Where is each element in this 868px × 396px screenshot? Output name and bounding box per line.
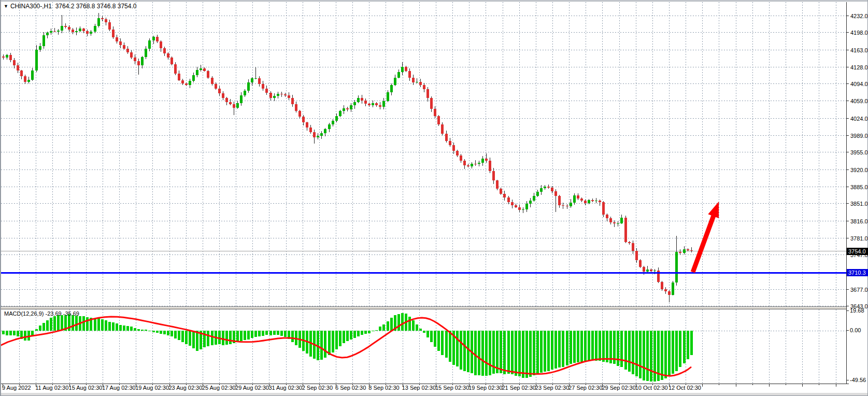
candle-body: [401, 67, 404, 72]
candle-body: [675, 252, 678, 282]
macd-bar: [372, 331, 374, 331]
time-tick-label: 10 Oct 02:30: [635, 385, 668, 391]
candle-body: [437, 116, 440, 124]
macd-bar: [156, 331, 159, 333]
macd-bar: [269, 331, 272, 335]
macd-bar: [643, 331, 645, 380]
candle-body: [82, 29, 85, 31]
macd-bar: [332, 331, 334, 352]
macd-bar: [635, 331, 638, 376]
candle-body: [53, 31, 56, 32]
candle-body: [668, 291, 671, 294]
price-axis-strip[interactable]: [847, 0, 868, 396]
candle-body: [126, 49, 129, 52]
macd-bar: [379, 327, 381, 331]
candle-body: [68, 27, 70, 30]
macd-bar: [82, 316, 85, 331]
candle-body: [108, 22, 111, 30]
macd-bar: [291, 331, 294, 342]
macd-bar: [251, 331, 253, 338]
macd-bar: [387, 321, 389, 331]
macd-bar: [653, 331, 656, 381]
candle-body: [9, 55, 12, 60]
price-tick-label: 3816.0: [850, 218, 868, 224]
price-tick-label: 4128.0: [850, 64, 868, 70]
macd-bar: [646, 331, 649, 381]
support-hline[interactable]: [0, 272, 846, 274]
macd-bar: [258, 331, 261, 336]
macd-bar: [17, 331, 19, 336]
macd-bar: [284, 331, 287, 337]
candle-body: [653, 271, 656, 271]
macd-bar: [368, 331, 371, 333]
candle-body: [441, 124, 444, 134]
macd-bar: [108, 322, 111, 331]
macd-bar: [42, 323, 45, 331]
macd-bar: [624, 331, 627, 370]
macd-bar: [46, 320, 49, 331]
macd-bar: [408, 317, 411, 331]
macd-bar: [668, 331, 671, 376]
macd-bar: [481, 331, 484, 376]
symbol-name: CHINA300-,H1: [10, 3, 52, 10]
candle-body: [577, 195, 579, 199]
candle-body: [390, 85, 393, 92]
candle-body: [152, 37, 155, 41]
candle-body: [27, 80, 30, 82]
macd-bar: [53, 316, 56, 331]
time-tick-label: 29 Aug 02:30: [235, 385, 269, 391]
candle-body: [75, 31, 78, 33]
macd-bar: [160, 331, 162, 334]
candle-body: [500, 189, 502, 194]
candle-body: [474, 164, 477, 164]
macd-bar: [375, 330, 378, 331]
macd-bar: [174, 331, 177, 338]
macd-bar: [599, 331, 601, 361]
macd-tick-label: 19.68: [850, 307, 864, 314]
candle-body: [13, 60, 16, 65]
macd-bar: [489, 331, 491, 375]
macd-bar: [496, 331, 499, 373]
candle-body: [116, 37, 118, 41]
macd-bar: [207, 331, 209, 346]
symbol-dropdown-icon[interactable]: ▼: [4, 4, 8, 9]
macd-bar: [346, 331, 349, 341]
candle-body: [90, 32, 92, 34]
time-tick-label: 12 Oct 02:30: [668, 385, 701, 391]
macd-bar: [573, 331, 576, 363]
chart-canvas[interactable]: 4232.04198.04163.04128.04094.04059.04024…: [0, 0, 868, 396]
macd-bar: [511, 331, 514, 374]
macd-bar: [196, 331, 198, 351]
candle-body: [233, 104, 235, 108]
macd-bar: [675, 331, 678, 371]
candle-body: [280, 94, 283, 94]
time-tick-label: 27 Sep 02:30: [568, 385, 602, 391]
candle-body: [148, 40, 151, 49]
macd-bar: [50, 318, 52, 331]
candle-body: [332, 121, 334, 124]
candle-body: [379, 105, 381, 107]
candle-body: [566, 206, 568, 206]
candle-body: [97, 18, 100, 26]
macd-bar: [134, 328, 136, 331]
candle-body: [317, 136, 319, 137]
candle-body: [463, 161, 466, 165]
price-tick-label: 4059.0: [850, 98, 868, 104]
candle-body: [628, 242, 631, 243]
macd-tick-label: 0.00: [850, 327, 861, 333]
candle-body: [613, 222, 616, 224]
candle-body: [368, 104, 371, 105]
hline-price-tag[interactable]: 3710.3: [847, 269, 868, 276]
macd-bar: [105, 320, 107, 331]
macd-bar: [170, 331, 173, 336]
candle-body: [353, 102, 356, 105]
candle-body: [46, 33, 49, 35]
candle-body: [222, 93, 224, 98]
candle-body: [405, 67, 407, 71]
macd-bar: [460, 331, 462, 370]
candle-body: [496, 180, 499, 188]
candle-body: [156, 37, 159, 41]
candle-body: [50, 31, 52, 33]
macd-bar: [661, 331, 663, 380]
macd-bar: [222, 331, 224, 345]
